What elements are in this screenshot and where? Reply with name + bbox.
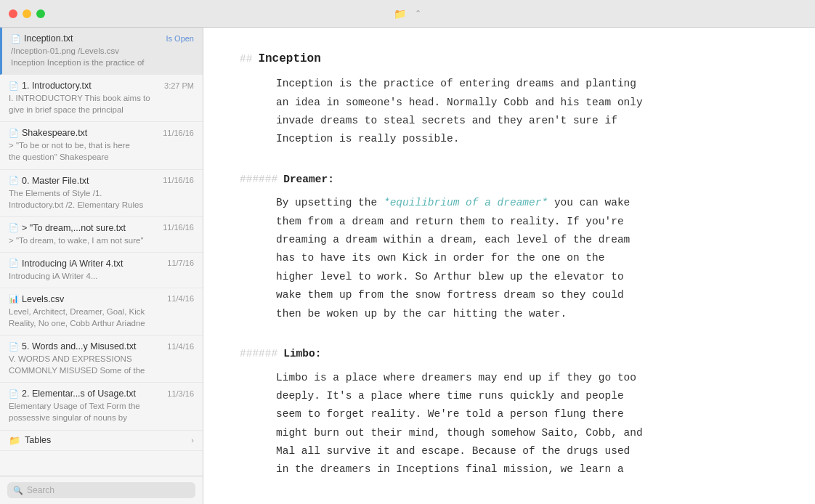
file-name: 📊 Levels.csv <box>9 294 64 304</box>
file-name: 📄 1. Introductory.txt <box>9 81 92 91</box>
file-preview-2: possessive singular of nouns by <box>9 412 194 423</box>
folder-name: Tables <box>25 435 187 445</box>
file-preview-1: Level, Architect, Dreamer, Goal, Kick <box>9 306 194 317</box>
file-preview-2: Introductory.txt /2. Elementary Rules <box>9 199 194 211</box>
file-icon: 📄 <box>11 34 21 44</box>
file-item[interactable]: 📊 Levels.csv 11/4/16 Level, Architect, D… <box>0 288 203 336</box>
file-date: 11/4/16 <box>167 294 194 303</box>
heading-text: Limbo: <box>283 345 321 363</box>
section-dreamer: ###### Dreamer: By upsetting the *equili… <box>240 171 748 323</box>
file-name: 📄 5. Words and...y Misused.txt <box>9 341 136 351</box>
file-item-header: 📄 Inception.txt Is Open <box>11 33 194 44</box>
heading-limbo: ###### Limbo: <box>240 345 748 363</box>
open-badge: Is Open <box>166 34 194 43</box>
search-icon: 🔍 <box>13 486 23 495</box>
file-preview-2: Reality, No one, Cobb Arthur Ariadne <box>9 317 194 329</box>
file-item[interactable]: 📄 Inception.txt Is Open /Inception-01.pn… <box>0 28 203 75</box>
file-item-header: 📊 Levels.csv 11/4/16 <box>9 294 194 304</box>
file-name: 📄 Inception.txt <box>11 33 73 44</box>
chevron-right-icon: › <box>191 436 194 444</box>
file-date: 11/16/16 <box>163 176 194 184</box>
file-list[interactable]: 📄 Inception.txt Is Open /Inception-01.pn… <box>0 28 203 476</box>
file-date: 11/16/16 <box>163 223 194 232</box>
file-item-header: 📄 Shakespeare.txt 11/16/16 <box>9 128 194 138</box>
heading-inception: ## Inception <box>240 49 748 69</box>
file-name: 📄 > "To dream,...not sure.txt <box>9 223 126 233</box>
file-name: 📄 2. Elementar...s of Usage.txt <box>9 389 136 399</box>
file-item[interactable]: 📄 > "To dream,...not sure.txt 11/16/16 >… <box>0 217 203 253</box>
folder-icon: 📁 <box>9 435 20 446</box>
search-container: 🔍 <box>0 476 203 504</box>
heading-text: Dreamer: <box>283 171 334 189</box>
file-preview-1: The Elements of Style /1. <box>9 187 194 199</box>
file-item-header: 📄 1. Introductory.txt 3:27 PM <box>9 81 194 91</box>
hash-icon: ## <box>240 50 252 68</box>
para-limbo: Limbo is a place where dreamers may end … <box>276 369 748 479</box>
file-icon: 📄 <box>9 129 19 138</box>
file-icon: 📄 <box>9 81 19 91</box>
file-date: 3:27 PM <box>164 81 194 90</box>
file-preview-1: > "To dream, to wake, I am not sure" <box>9 235 194 246</box>
file-preview-1: /Inception-01.png /Levels.csv <box>11 45 194 57</box>
file-date: 11/16/16 <box>163 129 194 137</box>
file-item-header: 📄 5. Words and...y Misused.txt 11/4/16 <box>9 341 194 351</box>
para-inception: Inception is the practice of entering dr… <box>276 75 748 149</box>
hash-icon: ###### <box>240 345 277 363</box>
file-icon: 📄 <box>9 223 19 232</box>
file-item-header: 📄 2. Elementar...s of Usage.txt 11/3/16 <box>9 389 194 399</box>
file-preview-2: give in brief space the principal <box>9 104 194 115</box>
file-item[interactable]: 📄 5. Words and...y Misused.txt 11/4/16 V… <box>0 336 203 383</box>
file-item-header: 📄 Introducing iA Writer 4.txt 11/7/16 <box>9 259 194 269</box>
close-button[interactable] <box>9 9 17 18</box>
file-icon: 📄 <box>9 176 19 185</box>
file-date: 11/7/16 <box>167 259 194 267</box>
file-icon: 📄 <box>9 259 19 268</box>
file-item[interactable]: 📄 Introducing iA Writer 4.txt 11/7/16 In… <box>0 253 203 288</box>
file-item-header: 📄 0. Master File.txt 11/16/16 <box>9 176 194 186</box>
file-item[interactable]: 📄 2. Elementar...s of Usage.txt 11/3/16 … <box>0 383 203 430</box>
italic-text: *equilibrium of a dreamer* <box>384 197 548 208</box>
file-item[interactable]: 📄 0. Master File.txt 11/16/16 The Elemen… <box>0 170 203 217</box>
heading-text: Inception <box>258 49 320 69</box>
file-preview-2: COMMONLY MISUSED Some of the <box>9 365 194 376</box>
file-icon: 📄 <box>9 342 19 351</box>
main-container: 📄 Inception.txt Is Open /Inception-01.pn… <box>0 28 815 504</box>
file-date: 11/4/16 <box>167 342 194 351</box>
sidebar: 📄 Inception.txt Is Open /Inception-01.pn… <box>0 28 203 504</box>
chevron-icon: ⌃ <box>415 9 421 18</box>
maximize-button[interactable] <box>36 9 45 18</box>
file-item-header: 📄 > "To dream,...not sure.txt 11/16/16 <box>9 223 194 233</box>
file-date: 11/3/16 <box>167 389 194 398</box>
section-limbo: ###### Limbo: Limbo is a place where dre… <box>240 345 748 479</box>
file-icon: 📄 <box>9 389 19 399</box>
window-controls <box>9 9 45 18</box>
section-inception: ## Inception Inception is the practice o… <box>240 49 748 149</box>
file-preview-1: I. INTRODUCTORY This book aims to <box>9 92 194 104</box>
file-preview-1: > "To be or not to be, that is here <box>9 139 194 151</box>
file-item[interactable]: 📄 Shakespeare.txt 11/16/16 > "To be or n… <box>0 122 203 169</box>
para-dreamer: By upsetting the *equilibrium of a dream… <box>276 194 748 323</box>
folder-item-tables[interactable]: 📁 Tables › <box>0 431 203 451</box>
title-bar: 📁 ⌃ <box>0 0 815 28</box>
hash-icon: ###### <box>240 171 277 189</box>
markdown-content: ## Inception Inception is the practice o… <box>240 49 748 479</box>
file-icon: 📊 <box>9 294 19 304</box>
folder-icon: 📁 <box>394 8 406 20</box>
file-name: 📄 Shakespeare.txt <box>9 128 87 138</box>
minimize-button[interactable] <box>23 9 31 18</box>
search-input[interactable] <box>27 485 190 495</box>
file-preview-2: the question" Shakespeare <box>9 151 194 163</box>
file-preview-1: V. WORDS AND EXPRESSIONS <box>9 353 194 365</box>
file-item[interactable]: 📄 1. Introductory.txt 3:27 PM I. INTRODU… <box>0 75 203 122</box>
file-preview-2: Inception Inception is the practice of <box>11 57 194 68</box>
file-preview-1: Introducing iA Writer 4... <box>9 270 194 282</box>
file-preview-1: Elementary Usage of Text Form the <box>9 400 194 412</box>
heading-dreamer: ###### Dreamer: <box>240 171 748 189</box>
file-name: 📄 0. Master File.txt <box>9 176 89 186</box>
search-box: 🔍 <box>7 482 195 498</box>
title-bar-title: 📁 ⌃ <box>394 8 421 20</box>
file-name: 📄 Introducing iA Writer 4.txt <box>9 259 123 269</box>
content-area[interactable]: ## Inception Inception is the practice o… <box>203 28 815 504</box>
